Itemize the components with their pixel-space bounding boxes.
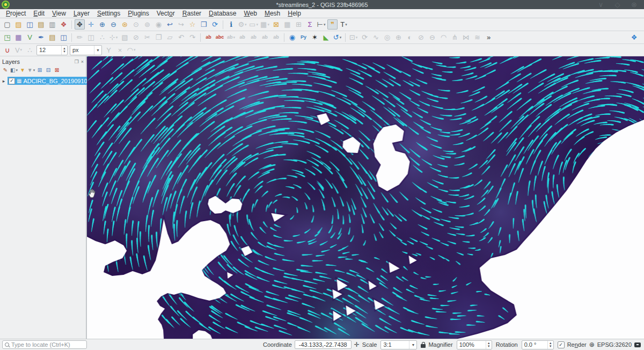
processing-toolbox-icon[interactable]: ❖ <box>629 32 639 42</box>
filter-legend-icon[interactable]: ▼ <box>18 66 27 75</box>
run-feature-action-icon: ⚙▾ <box>237 19 247 30</box>
extents-toggle-icon[interactable]: ✛ <box>354 341 360 348</box>
map-canvas[interactable] <box>87 56 644 339</box>
open-project-icon[interactable]: ▨ <box>13 19 24 30</box>
menu-web[interactable]: Web <box>240 10 260 17</box>
python-console-icon[interactable]: Py <box>298 32 309 42</box>
scale-combo[interactable]: 3:1 ▼ <box>380 340 417 349</box>
toggle-editing-icon: ✏ <box>75 32 85 42</box>
style-manager-icon[interactable]: ❖ <box>58 19 69 30</box>
snapping-toggle-icon[interactable]: ∪ <box>2 45 12 55</box>
text-annotation-icon[interactable]: T▾ <box>339 19 349 30</box>
layer-styling-icon[interactable]: ✎ <box>1 66 10 75</box>
add-delimited-text-icon[interactable]: ✒ <box>36 32 46 42</box>
report-bug-icon[interactable]: ✶ <box>310 32 320 42</box>
menu-settings[interactable]: Settings <box>93 10 124 17</box>
grass-tools-icon[interactable]: ◣ <box>321 32 331 42</box>
remove-layer-icon[interactable]: ⊠ <box>53 66 61 75</box>
menu-plugins[interactable]: Plugins <box>124 10 152 17</box>
add-database-layer-icon[interactable]: ▤ <box>47 32 57 42</box>
pan-hand-cursor <box>88 188 97 200</box>
redo-icon: ↷ <box>187 32 197 42</box>
float-panel-icon[interactable]: ❐ <box>75 59 79 64</box>
layer-name[interactable]: ADCIRC_BG_20190910_1t <box>23 78 96 84</box>
filter-expression-icon[interactable]: ▼▾ <box>27 66 35 75</box>
new-project-icon[interactable]: ▢ <box>2 19 12 30</box>
delete-part-icon: ⊖ <box>427 32 437 42</box>
show-bookmarks-icon[interactable]: ❒ <box>199 19 209 30</box>
add-raster-layer-icon[interactable]: ▦ <box>13 32 24 42</box>
locate-input[interactable]: Type to locate (Ctrl+K) <box>2 340 87 349</box>
menu-edit[interactable]: Edit <box>30 10 48 17</box>
menu-layer[interactable]: Layer <box>70 10 93 17</box>
locate-placeholder: Type to locate (Ctrl+K) <box>11 341 70 348</box>
spin-arrows-icon[interactable]: ▲▼ <box>61 46 67 55</box>
crs-globe-icon[interactable]: ⊕ <box>589 341 595 348</box>
spin-arrows-icon[interactable]: ▲▼ <box>547 341 553 349</box>
search-icon <box>5 342 9 347</box>
expand-all-icon[interactable]: ⊞ <box>35 66 44 75</box>
chevron-down-icon[interactable]: ▼ <box>409 341 416 349</box>
menu-project[interactable]: Project <box>2 10 30 17</box>
highlight-labels-icon: ab <box>237 32 247 42</box>
layout-manager-icon[interactable]: ▥ <box>47 19 57 30</box>
mesh-layer-icon: ▦ <box>17 78 21 84</box>
data-source-manager-icon[interactable]: ◫ <box>58 32 69 42</box>
map-tips-icon[interactable]: ❞ <box>327 19 338 30</box>
menu-mesh[interactable]: Mesh <box>261 10 284 17</box>
delete-ring-icon: ⊘ <box>416 32 426 42</box>
pin-labels-icon: ab▾ <box>226 32 236 42</box>
toolbar-separator <box>71 33 72 42</box>
new-bookmark-icon[interactable]: ☆ <box>187 19 197 30</box>
layer-diagram-icon[interactable]: abc <box>215 32 225 42</box>
crs-status[interactable]: EPSG:32620 <box>597 341 632 348</box>
menu-view[interactable]: View <box>48 10 70 17</box>
zoom-in-icon[interactable]: ⊕ <box>97 19 107 30</box>
measure-icon[interactable]: ⊢▾ <box>316 19 326 30</box>
pan-map-icon[interactable]: ✥ <box>75 19 85 30</box>
snapping-unit-combo[interactable]: px ▼ <box>70 45 102 55</box>
map-themes-icon[interactable]: ◧▾ <box>10 66 18 75</box>
zoom-full-icon[interactable]: ⊛ <box>120 19 130 30</box>
menu-raster[interactable]: Raster <box>179 10 205 17</box>
snap-intersection-icon: × <box>115 45 125 55</box>
zoom-out-icon[interactable]: ⊖ <box>108 19 119 30</box>
layer-item[interactable]: ▸ ✓ ▦ ADCIRC_BG_20190910_1t <box>0 77 86 85</box>
overflow-icon[interactable]: » <box>484 32 494 42</box>
add-part-icon: ⊕ <box>393 32 404 42</box>
menu-database[interactable]: Database <box>205 10 240 17</box>
expand-caret-icon[interactable]: ▸ <box>0 78 8 84</box>
vertex-tool-icon: ⊹▾ <box>108 32 119 42</box>
metasearch-icon[interactable]: ◉ <box>287 32 297 42</box>
collapse-all-icon[interactable]: ⊟ <box>44 66 53 75</box>
close-panel-icon[interactable]: × <box>81 59 84 64</box>
add-vector-layer-icon[interactable]: ◳ <box>2 32 12 42</box>
deselect-all-icon[interactable]: ⊠ <box>271 19 281 30</box>
log-messages-icon[interactable] <box>634 342 641 347</box>
spin-arrows-icon[interactable]: ▲▼ <box>486 341 492 349</box>
help-icon[interactable]: ↺▾ <box>332 32 342 42</box>
chevron-down-icon[interactable]: ▼ <box>94 46 101 55</box>
statistics-icon[interactable]: Σ <box>305 19 315 30</box>
minimize-button[interactable]: ∨ <box>596 0 606 10</box>
menu-vector[interactable]: Vector <box>153 10 179 17</box>
magnifier-spinbox[interactable]: 100% ▲▼ <box>457 340 492 349</box>
pan-to-selection-icon[interactable]: ✛ <box>86 19 96 30</box>
add-mesh-layer-icon[interactable]: V <box>25 32 35 42</box>
lock-scale-icon[interactable] <box>421 344 426 348</box>
zoom-last-icon[interactable]: ↩ <box>165 19 175 30</box>
layer-checkbox[interactable]: ✓ <box>9 78 15 84</box>
menu-help[interactable]: Help <box>284 10 305 17</box>
render-checkbox[interactable]: ✓ <box>558 341 565 348</box>
close-button[interactable]: ⊗ <box>629 0 639 10</box>
rotation-spinbox[interactable]: 0.0 ° ▲▼ <box>522 340 554 349</box>
maximize-button[interactable]: ◇ <box>612 0 623 10</box>
identify-features-icon[interactable]: ℹ <box>226 19 236 30</box>
layer-labeling-icon[interactable]: ab <box>203 32 214 42</box>
refresh-icon[interactable]: ⟳ <box>210 19 220 30</box>
snapping-tolerance-spinbox[interactable]: 12 ▲▼ <box>36 45 68 55</box>
new-print-layout-icon[interactable]: ▤ <box>36 19 46 30</box>
coordinate-input[interactable]: -43.1333,-22.7438 <box>295 340 352 349</box>
save-project-icon[interactable]: ◫ <box>25 19 35 30</box>
merge-features-icon: ⋈ <box>461 32 471 42</box>
